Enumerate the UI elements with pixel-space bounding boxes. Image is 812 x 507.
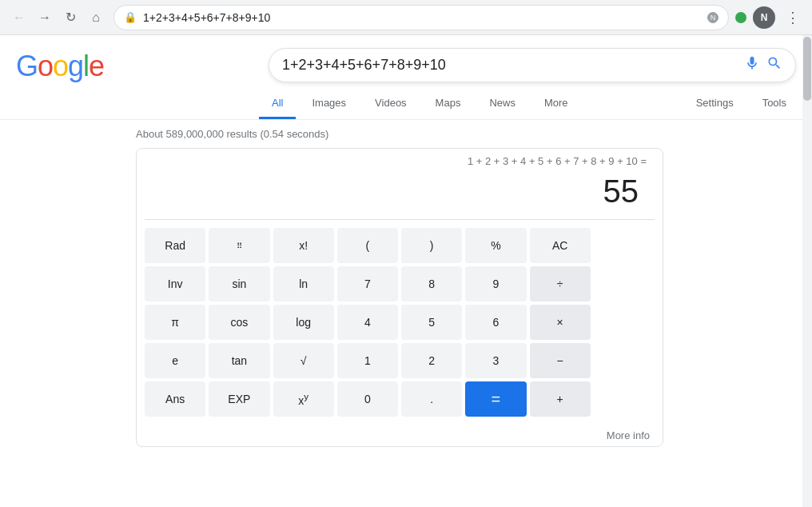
calc-btn-7[interactable]: 7 — [337, 266, 398, 301]
calc-empty-2 — [594, 266, 655, 301]
calc-empty-1 — [594, 228, 655, 263]
profile-avatar[interactable]: N — [753, 6, 775, 29]
tab-videos[interactable]: Videos — [362, 89, 420, 119]
nav-tabs: All Images Videos Maps News More Setting… — [0, 82, 812, 120]
address-bar: 🔒 N — [113, 5, 729, 30]
calc-btn-9[interactable]: 9 — [465, 266, 526, 301]
calc-btn-equals[interactable]: = — [465, 381, 526, 417]
logo-G: G — [16, 50, 38, 82]
calc-btn-tan[interactable]: tan — [209, 343, 269, 378]
logo-o1: o — [38, 50, 53, 82]
calc-buttons: Rad ⠿ x! ( ) % AC Inv sin ln 7 8 9 ÷ π c… — [137, 220, 663, 425]
google-logo: Google — [16, 50, 104, 83]
calc-btn-multiply[interactable]: × — [530, 305, 591, 340]
calc-btn-plus[interactable]: + — [530, 381, 591, 417]
logo-g: g — [68, 50, 83, 82]
status-indicator — [735, 12, 746, 23]
logo-e: e — [89, 50, 104, 82]
scrollbar-thumb[interactable] — [803, 37, 811, 101]
calc-btn-grid[interactable]: ⠿ — [209, 228, 269, 263]
calc-btn-cos[interactable]: cos — [209, 305, 269, 340]
calc-btn-4[interactable]: 4 — [337, 305, 398, 340]
scrollbar[interactable] — [802, 35, 812, 507]
mic-button[interactable] — [744, 55, 760, 75]
search-bar-container — [269, 48, 796, 82]
calc-btn-open-paren[interactable]: ( — [337, 228, 398, 263]
logo-o2: o — [53, 50, 68, 82]
more-info-link[interactable]: More info — [137, 425, 663, 446]
browser-nav: ← → ↻ ⌂ — [8, 6, 107, 29]
refresh-button[interactable]: ↻ — [59, 6, 82, 29]
calc-btn-factorial[interactable]: x! — [273, 228, 334, 263]
calc-btn-2[interactable]: 2 — [401, 343, 462, 378]
tab-all[interactable]: All — [259, 89, 296, 119]
google-header — [0, 35, 812, 82]
lock-icon: 🔒 — [124, 11, 137, 23]
nav-right: Settings Tools — [683, 89, 812, 119]
calc-btn-pi[interactable]: π — [145, 305, 205, 340]
tab-more[interactable]: More — [531, 89, 581, 119]
calc-btn-ac[interactable]: AC — [530, 228, 591, 263]
calc-btn-sin[interactable]: sin — [209, 266, 269, 301]
tab-maps[interactable]: Maps — [423, 89, 474, 119]
forward-button[interactable]: → — [34, 6, 56, 29]
page-content: Google Al — [0, 35, 812, 507]
calc-expression: 1 + 2 + 3 + 4 + 5 + 6 + 7 + 8 + 9 + 10 = — [137, 149, 663, 170]
calc-btn-5[interactable]: 5 — [401, 305, 462, 340]
calc-btn-inv[interactable]: Inv — [145, 266, 205, 301]
search-bar — [269, 48, 796, 82]
calc-btn-divide[interactable]: ÷ — [530, 266, 591, 301]
url-input[interactable] — [143, 11, 701, 24]
calc-btn-minus[interactable]: − — [530, 343, 591, 378]
search-input[interactable] — [282, 57, 738, 74]
calc-btn-0[interactable]: 0 — [337, 381, 398, 417]
tab-images[interactable]: Images — [299, 89, 359, 119]
browser-menu-button[interactable]: ⋮ — [782, 6, 804, 29]
calculator-widget: 1 + 2 + 3 + 4 + 5 + 6 + 7 + 8 + 9 + 10 =… — [136, 148, 663, 447]
calc-btn-ans[interactable]: Ans — [145, 381, 205, 417]
calc-btn-3[interactable]: 3 — [465, 343, 526, 378]
profile-icon: N — [707, 12, 718, 23]
results-summary: About 589,000,000 results (0.54 seconds) — [136, 128, 328, 140]
back-button[interactable]: ← — [8, 6, 30, 29]
calc-result: 55 — [145, 170, 655, 220]
search-button[interactable] — [766, 55, 782, 75]
calc-btn-6[interactable]: 6 — [465, 305, 526, 340]
home-button[interactable]: ⌂ — [85, 6, 107, 29]
calc-btn-rad[interactable]: Rad — [145, 228, 205, 263]
calc-btn-percent[interactable]: % — [465, 228, 526, 263]
calc-btn-1[interactable]: 1 — [337, 343, 398, 378]
calc-btn-ln[interactable]: ln — [273, 266, 334, 301]
calc-btn-exp[interactable]: EXP — [209, 381, 269, 417]
calc-empty-4 — [594, 343, 655, 378]
calc-empty-5 — [594, 381, 655, 417]
tab-tools[interactable]: Tools — [750, 89, 799, 119]
calc-btn-close-paren[interactable]: ) — [401, 228, 462, 263]
results-info: About 589,000,000 results (0.54 seconds) — [0, 120, 812, 148]
calc-btn-8[interactable]: 8 — [401, 266, 462, 301]
browser-chrome: ← → ↻ ⌂ 🔒 N N ⋮ — [0, 0, 812, 35]
calc-btn-e[interactable]: e — [145, 343, 205, 378]
tab-news[interactable]: News — [476, 89, 528, 119]
tab-settings[interactable]: Settings — [683, 89, 746, 119]
calc-btn-sqrt[interactable]: √ — [273, 343, 334, 378]
calc-btn-dot[interactable]: . — [401, 381, 462, 417]
calc-empty-3 — [594, 305, 655, 340]
calc-btn-log[interactable]: log — [273, 305, 334, 340]
calc-btn-power[interactable]: xy — [273, 381, 334, 417]
